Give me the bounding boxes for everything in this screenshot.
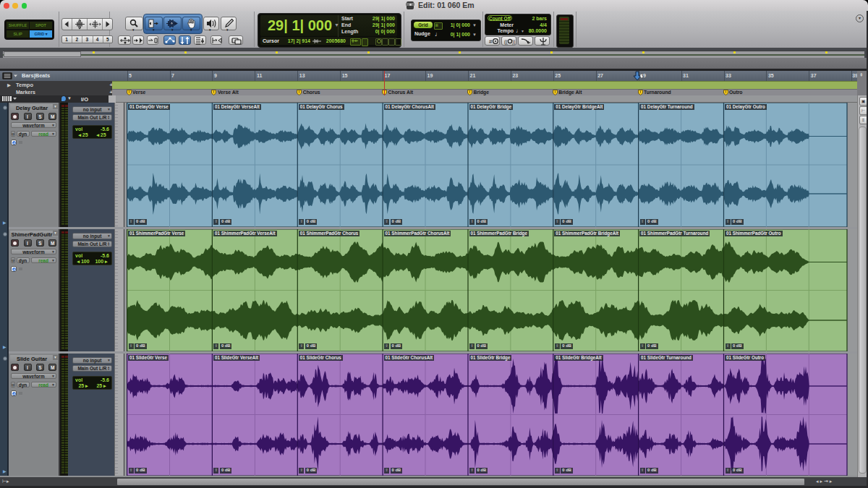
svg-text:((: (( [504,39,508,45]
svg-text:)): )) [512,39,515,45]
svg-text:#: # [489,38,493,45]
